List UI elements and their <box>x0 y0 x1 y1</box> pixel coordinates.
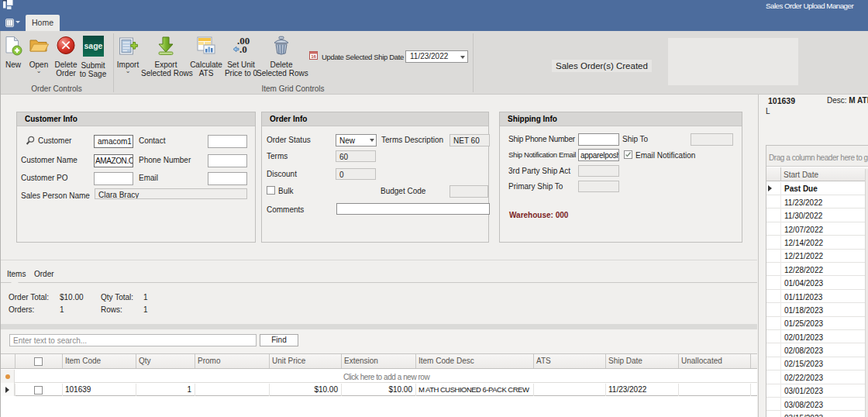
svg-text:16: 16 <box>311 54 316 59</box>
svg-text:.0: .0 <box>239 43 247 55</box>
svg-text:sage: sage <box>84 41 102 50</box>
